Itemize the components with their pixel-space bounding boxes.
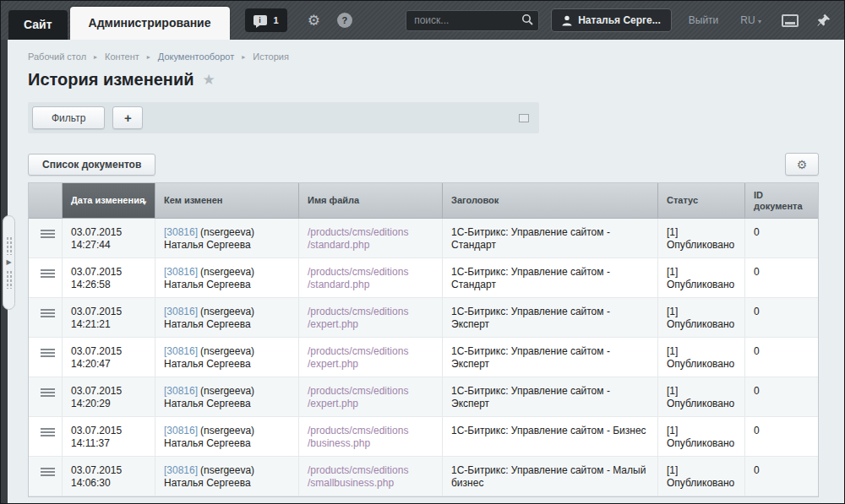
cell-status: [1] Опубликовано	[658, 298, 745, 337]
file-path-link[interactable]: /products/cms/editions /expert.php	[308, 306, 433, 331]
cell-date: 03.07.2015 14:21:21	[63, 298, 155, 337]
row-menu-icon[interactable]	[41, 388, 55, 397]
sidebar-expand-handle[interactable]: ▶	[3, 215, 15, 310]
settings-gear-icon[interactable]: ⚙	[308, 12, 320, 30]
cell-file-name: /products/cms/editions /standard.php	[299, 258, 443, 297]
row-menu-icon[interactable]	[41, 309, 55, 317]
cell-file-name: /products/cms/editions /smallbusiness.ph…	[299, 457, 443, 496]
table-row: 03.07.2015 14:21:21 [30816](nsergeeva) Н…	[29, 298, 818, 338]
drag-dots-icon	[6, 236, 12, 255]
user-id-link[interactable]: [30816]	[164, 266, 198, 278]
breadcrumb-workflow[interactable]: Документооборот	[158, 51, 234, 62]
table-row: 03.07.2015 14:11:37 [30816](nsergeeva) Н…	[29, 417, 818, 457]
topbar: Сайт Администрирование i 1 ⚙ ? Наталья С…	[1, 1, 844, 40]
breadcrumb-desktop[interactable]: Рабочий стол	[28, 51, 86, 62]
row-menu-icon[interactable]	[41, 349, 55, 357]
search-input[interactable]	[406, 10, 539, 31]
breadcrumb: Рабочий стол ▸ Контент ▸ Документооборот…	[28, 40, 819, 62]
notification-count: 1	[274, 15, 279, 25]
file-path-link[interactable]: /products/cms/editions /standard.php	[308, 226, 433, 252]
file-path-link[interactable]: /products/cms/editions /expert.php	[308, 345, 433, 371]
tab-administration[interactable]: Администрирование	[70, 7, 230, 40]
breadcrumb-content[interactable]: Контент	[105, 51, 139, 62]
page-body: ▶ Рабочий стол ▸ Контент ▸ Документообор…	[1, 40, 844, 504]
logout-link[interactable]: Выйти	[689, 14, 719, 26]
cell-date: 03.07.2015 14:20:29	[63, 377, 155, 416]
header-title[interactable]: Заголовок	[443, 183, 658, 218]
table-row: 03.07.2015 14:06:30 [30816](nsergeeva) Н…	[29, 457, 818, 496]
cell-file-name: /products/cms/editions /business.php	[299, 417, 443, 456]
filter-panel-square-icon[interactable]	[519, 114, 529, 122]
user-id-link[interactable]: [30816]	[164, 226, 198, 238]
add-filter-button[interactable]: +	[112, 106, 143, 129]
file-path-link[interactable]: /products/cms/editions /smallbusiness.ph…	[308, 464, 433, 490]
favorite-star-icon[interactable]: ★	[203, 71, 215, 89]
document-list-tab[interactable]: Список документов	[28, 154, 155, 176]
cell-title: 1С-Битрикс: Управление сайтом - Малый би…	[443, 457, 658, 496]
search-box	[406, 10, 539, 31]
cell-modified-by: [30816](nsergeeva) Наталья Сергеева	[155, 457, 299, 496]
pin-icon[interactable]	[817, 14, 831, 27]
cell-status: [1] Опубликовано	[658, 377, 745, 416]
cell-title: 1С-Битрикс: Управление сайтом - Стандарт	[443, 219, 658, 257]
cell-doc-id: 0	[745, 417, 818, 456]
cell-modified-by: [30816](nsergeeva) Наталья Сергеева	[155, 417, 299, 456]
table-row: 03.07.2015 14:20:47 [30816](nsergeeva) Н…	[29, 338, 818, 377]
file-path-link[interactable]: /products/cms/editions /expert.php	[308, 385, 433, 410]
cell-title: 1С-Битрикс: Управление сайтом - Эксперт	[443, 338, 658, 377]
cell-row-menu	[29, 338, 63, 377]
table-row: 03.07.2015 14:26:58 [30816](nsergeeva) Н…	[29, 258, 818, 298]
user-id-link[interactable]: [30816]	[164, 385, 198, 397]
user-icon	[562, 15, 572, 26]
notifications-button[interactable]: i 1	[245, 8, 287, 32]
cell-row-menu	[29, 298, 63, 337]
cell-status: [1] Опубликовано	[658, 219, 745, 257]
cell-modified-by: [30816](nsergeeva) Наталья Сергеева	[155, 219, 299, 257]
cell-row-menu	[29, 377, 63, 416]
breadcrumb-history: История	[253, 51, 289, 62]
user-id-link[interactable]: [30816]	[164, 464, 198, 476]
search-icon[interactable]	[521, 14, 534, 26]
cell-title: 1С-Битрикс: Управление сайтом - Стандарт	[443, 258, 658, 297]
breadcrumb-separator-icon: ▸	[94, 53, 97, 61]
user-id-link[interactable]: [30816]	[164, 306, 198, 317]
row-menu-icon[interactable]	[41, 428, 55, 436]
sort-desc-icon: ▼	[141, 198, 148, 209]
cell-row-menu	[29, 219, 63, 257]
cell-status: [1] Опубликовано	[658, 258, 745, 297]
history-table: Дата изменения ▼ Кем изменен Имя файла З…	[28, 182, 819, 497]
header-modified-by[interactable]: Кем изменен	[155, 183, 299, 218]
filter-panel: Фильтр +	[28, 102, 539, 133]
desktop-mode-icon[interactable]	[782, 14, 799, 27]
help-icon[interactable]: ?	[337, 13, 352, 28]
tab-site[interactable]: Сайт	[8, 10, 68, 40]
cell-title: 1С-Битрикс: Управление сайтом - Бизнес	[443, 417, 658, 456]
file-path-link[interactable]: /products/cms/editions /business.php	[308, 425, 433, 450]
cell-date: 03.07.2015 14:26:58	[63, 258, 155, 297]
grid-settings-button[interactable]: ⚙	[785, 153, 819, 176]
cell-doc-id: 0	[745, 377, 818, 416]
row-menu-icon[interactable]	[41, 468, 55, 476]
file-path-link[interactable]: /products/cms/editions /standard.php	[308, 266, 433, 291]
cell-date: 03.07.2015 14:06:30	[63, 457, 155, 496]
row-menu-icon[interactable]	[41, 269, 55, 278]
language-selector[interactable]: RU ▾	[740, 14, 761, 26]
header-doc-id[interactable]: ID документа	[745, 183, 818, 218]
header-status[interactable]: Статус	[658, 183, 745, 218]
table-row: 03.07.2015 14:20:29 [30816](nsergeeva) Н…	[29, 377, 818, 417]
user-id-link[interactable]: [30816]	[164, 425, 198, 436]
filter-button[interactable]: Фильтр	[32, 106, 105, 129]
row-menu-icon[interactable]	[41, 230, 55, 238]
cell-file-name: /products/cms/editions /expert.php	[299, 377, 443, 416]
user-id-link[interactable]: [30816]	[164, 345, 198, 357]
header-date-modified[interactable]: Дата изменения ▼	[63, 183, 155, 218]
main-content: Рабочий стол ▸ Контент ▸ Документооборот…	[1, 40, 844, 497]
cell-row-menu	[29, 258, 63, 297]
cell-doc-id: 0	[745, 457, 818, 496]
breadcrumb-separator-icon: ▸	[147, 53, 150, 61]
table-body: 03.07.2015 14:27:44 [30816](nsergeeva) Н…	[29, 219, 818, 496]
header-file-name[interactable]: Имя файла	[299, 183, 443, 218]
cell-status: [1] Опубликовано	[658, 338, 745, 377]
user-menu-button[interactable]: Наталья Серге...	[551, 8, 672, 32]
user-name-label: Наталья Серге...	[578, 14, 661, 26]
